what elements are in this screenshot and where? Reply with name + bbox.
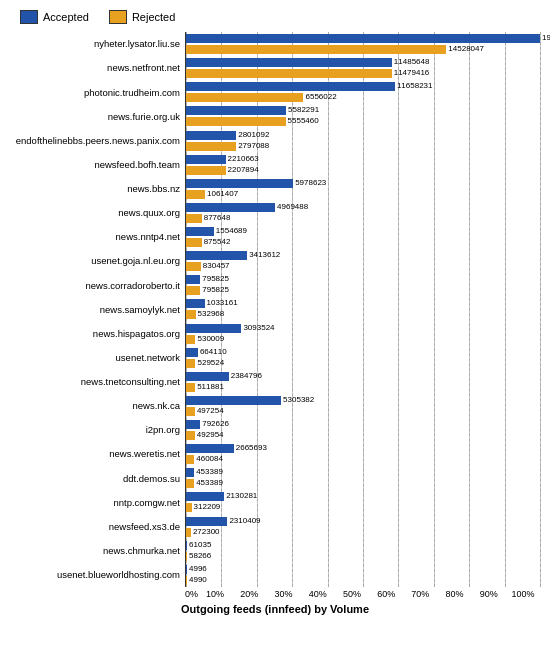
- y-label: news.hispagatos.org: [10, 328, 185, 339]
- bar-row-accepted: 3413612: [186, 251, 540, 260]
- accepted-value: 5978623: [295, 178, 326, 187]
- y-label-group: endofthelinebbs.peers.news.panix.com: [10, 129, 185, 153]
- bar-group: 22106632207894: [186, 153, 540, 177]
- y-label: usenet.goja.nl.eu.org: [10, 255, 185, 266]
- bar-row-rejected: 5555460: [186, 117, 540, 126]
- bar-row-rejected: 529524: [186, 359, 540, 368]
- bar-group: 2665693460084: [186, 442, 540, 466]
- bar-row-rejected: 312209: [186, 503, 540, 512]
- bar-accepted: 2130281: [186, 492, 224, 501]
- bar-row-accepted: 453389: [186, 468, 540, 477]
- bar-rejected: 877648: [186, 214, 202, 223]
- x-axis-label: 50%: [335, 589, 369, 599]
- bar-group: 2310409272300: [186, 515, 540, 539]
- bar-accepted: 5582291: [186, 106, 286, 115]
- y-label: news.nntp4.net: [10, 231, 185, 242]
- bar-accepted: 2801092: [186, 131, 236, 140]
- bar-rejected: 2797088: [186, 142, 236, 151]
- y-label-group: ddt.demos.su: [10, 466, 185, 490]
- bar-rejected: 6556022: [186, 93, 303, 102]
- rejected-value: 492954: [197, 430, 224, 439]
- y-label-group: news.quux.org: [10, 201, 185, 225]
- bar-row-rejected: 877648: [186, 214, 540, 223]
- bar-row-rejected: 532968: [186, 310, 540, 319]
- y-labels: nyheter.lysator.liu.senews.netfront.netp…: [10, 32, 185, 587]
- y-label-group: news.chmurka.net: [10, 539, 185, 563]
- y-label-group: photonic.trudheim.com: [10, 80, 185, 104]
- rejected-value: 272300: [193, 527, 220, 536]
- bar-group: 1975341914528047: [186, 32, 540, 56]
- bar-rejected: 11479416: [186, 69, 392, 78]
- bar-accepted: 4996: [186, 565, 187, 574]
- chart-container: Accepted Rejected nyheter.lysator.liu.se…: [0, 0, 550, 655]
- y-label: news.samoylyk.net: [10, 304, 185, 315]
- y-label: photonic.trudheim.com: [10, 87, 185, 98]
- bar-row-accepted: 4996: [186, 565, 540, 574]
- bar-rejected: 14528047: [186, 45, 446, 54]
- bar-row-accepted: 2801092: [186, 131, 540, 140]
- x-axis-label: 70%: [403, 589, 437, 599]
- x-axis-label: 0%: [185, 589, 198, 599]
- accepted-value: 2384796: [231, 371, 262, 380]
- accepted-value: 1033161: [207, 298, 238, 307]
- rejected-value: 875542: [204, 237, 231, 246]
- bar-row-accepted: 11485648: [186, 58, 540, 67]
- bar-accepted: 2665693: [186, 444, 234, 453]
- bar-rejected: 453389: [186, 479, 194, 488]
- bar-group: 5305382497254: [186, 394, 540, 418]
- rejected-color-box: [109, 10, 127, 24]
- x-axis-label: 40%: [301, 589, 335, 599]
- bar-row-rejected: 11479416: [186, 69, 540, 78]
- y-label-group: usenet.network: [10, 346, 185, 370]
- bar-row-rejected: 58266: [186, 552, 540, 561]
- bar-rejected: 2207894: [186, 166, 226, 175]
- bar-row-accepted: 2130281: [186, 492, 540, 501]
- rejected-value: 5555460: [288, 116, 319, 125]
- bar-group: 6103558266: [186, 539, 540, 563]
- x-axis-label: 100%: [506, 589, 540, 599]
- y-label-group: newsfeed.xs3.de: [10, 515, 185, 539]
- bar-row-rejected: 492954: [186, 431, 540, 440]
- y-label-group: nntp.comgw.net: [10, 490, 185, 514]
- x-axis-label: 60%: [369, 589, 403, 599]
- bar-group: 2130281312209: [186, 490, 540, 514]
- bar-rejected: 497254: [186, 407, 195, 416]
- y-label: news.tnetconsulting.net: [10, 376, 185, 387]
- bar-accepted: 3093524: [186, 324, 241, 333]
- y-label-group: news.samoylyk.net: [10, 297, 185, 321]
- bar-group: 59786231061407: [186, 177, 540, 201]
- y-label-group: news.furie.org.uk: [10, 104, 185, 128]
- accepted-value: 11485648: [394, 57, 430, 66]
- bar-accepted: 19753419: [186, 34, 540, 43]
- accepted-value: 2310409: [229, 516, 260, 525]
- rejected-label: Rejected: [132, 11, 175, 23]
- bar-row-rejected: 2797088: [186, 142, 540, 151]
- rejected-value: 2207894: [228, 165, 259, 174]
- bar-group: 49964990: [186, 563, 540, 587]
- rejected-value: 532968: [198, 309, 225, 318]
- accepted-color-box: [20, 10, 38, 24]
- bar-accepted: 2210663: [186, 155, 226, 164]
- rejected-value: 14528047: [448, 44, 484, 53]
- rejected-value: 877648: [204, 213, 231, 222]
- bar-row-accepted: 2310409: [186, 517, 540, 526]
- bar-group: 2384796511881: [186, 370, 540, 394]
- bar-row-rejected: 511881: [186, 383, 540, 392]
- y-label-group: news.tnetconsulting.net: [10, 370, 185, 394]
- bar-rejected: 4990: [186, 576, 187, 585]
- chart-area: nyheter.lysator.liu.senews.netfront.netp…: [10, 32, 540, 587]
- rejected-value: 529524: [197, 358, 224, 367]
- bar-group: 1033161532968: [186, 297, 540, 321]
- accepted-value: 5305382: [283, 395, 314, 404]
- bar-accepted: 664110: [186, 348, 198, 357]
- bar-accepted: 1554689: [186, 227, 214, 236]
- bar-accepted: 453389: [186, 468, 194, 477]
- bar-row-accepted: 3093524: [186, 324, 540, 333]
- y-label: newsfeed.bofh.team: [10, 159, 185, 170]
- y-label: news.chmurka.net: [10, 545, 185, 556]
- bar-group: 116582316556022: [186, 80, 540, 104]
- y-label-group: i2pn.org: [10, 418, 185, 442]
- bar-rejected: 5555460: [186, 117, 286, 126]
- bar-row-accepted: 2384796: [186, 372, 540, 381]
- bar-accepted: 5305382: [186, 396, 281, 405]
